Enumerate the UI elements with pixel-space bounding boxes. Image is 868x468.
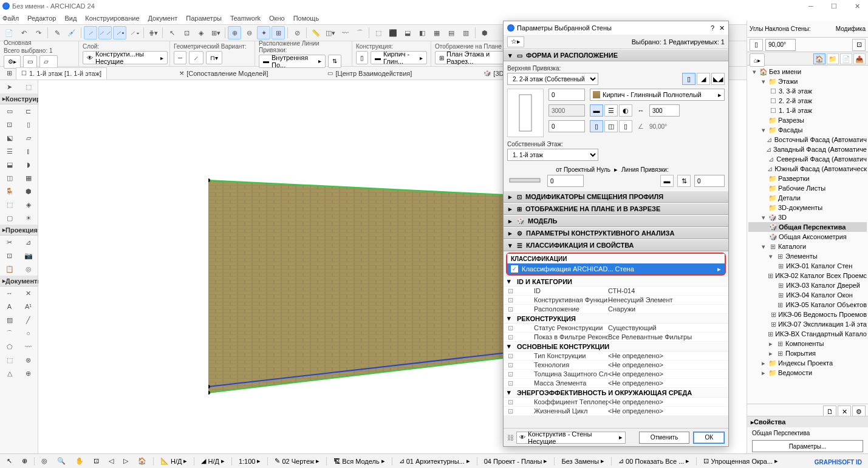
- tb-model-icon[interactable]: ⬢: [478, 26, 491, 39]
- home-story-select[interactable]: 1. 1-й этаж: [507, 149, 598, 161]
- tree-stories[interactable]: ▾📁Этажи: [748, 76, 867, 86]
- status-grid-icon[interactable]: ⊕: [19, 456, 30, 467]
- tree-sections[interactable]: 📁Разрезы: [748, 115, 867, 125]
- tb-morph7-icon[interactable]: ▥: [459, 26, 473, 39]
- tb-snap1-icon[interactable]: ↖: [165, 26, 179, 39]
- ref-offset-input[interactable]: [694, 175, 725, 187]
- ref-select[interactable]: ▬ Внутренняя По... ▸: [259, 55, 326, 68]
- menu-options[interactable]: Параметры: [186, 15, 222, 22]
- prop-row[interactable]: ⊡Технология<Не определено>: [504, 361, 728, 370]
- tb-curve-icon[interactable]: 〰: [338, 26, 352, 39]
- prop-group-header[interactable]: ▾ОСНОВНЫЕ КОНСТРУКЦИИ: [504, 342, 728, 351]
- section-struct[interactable]: ▸⚙ ПАРАМЕТРЫ КОНСТРУКТИВНОГО АНАЛИЗА: [504, 227, 728, 239]
- status-next-icon[interactable]: ▷: [120, 456, 131, 467]
- ok-button[interactable]: ОК: [693, 432, 725, 444]
- layer-chain-icon[interactable]: ⛓: [507, 434, 514, 441]
- status-fit-icon[interactable]: ⊡: [91, 456, 102, 467]
- tree-lists[interactable]: ▸📁Ведомости: [748, 368, 867, 378]
- prop-row[interactable]: ⊡Толщина Защитного Слоя...<Не определено…: [504, 370, 728, 379]
- height-mid-input[interactable]: [548, 104, 585, 117]
- tree-3d[interactable]: ▾🎲3D: [748, 212, 867, 222]
- roof-tool[interactable]: ⬓: [0, 158, 19, 171]
- status-simp[interactable]: ⊡ Упрощенная Окра... ▸: [700, 456, 781, 467]
- tb-grav1-icon[interactable]: ⊕: [228, 26, 241, 39]
- marquee-tool[interactable]: ⬚: [19, 80, 39, 93]
- status-prev-icon[interactable]: ◁: [106, 456, 117, 467]
- tab-hub[interactable]: ▭ [Центр Взаимодействия]: [322, 67, 417, 80]
- arc-tool[interactable]: ⌒: [0, 327, 19, 340]
- status-show[interactable]: ⊿ 00 Показать Все ... ▸: [615, 456, 692, 467]
- view-header[interactable]: ▸ Проекция: [0, 225, 38, 236]
- doc-header[interactable]: ▸ Документиро: [0, 276, 38, 287]
- tree-elements[interactable]: ▾⊞Элементы: [748, 251, 867, 261]
- display-select[interactable]: ⊞ План Этажа и Разрез... ▸: [435, 51, 514, 64]
- ref-mid-icon[interactable]: ◫: [604, 120, 618, 132]
- railing-tool[interactable]: ⫿: [19, 144, 38, 158]
- menu-edit[interactable]: Редактор: [27, 15, 56, 22]
- tb-grav4-icon[interactable]: ⊞: [272, 26, 285, 39]
- tree-perspective[interactable]: 🎲Общая Перспектива: [748, 222, 867, 232]
- angle-vert-icon[interactable]: ▯: [750, 39, 763, 51]
- nav-select-icon[interactable]: ⌂▸: [750, 53, 765, 67]
- minimize-button[interactable]: ─: [802, 1, 819, 12]
- ref-outside-icon[interactable]: ▬: [660, 175, 674, 187]
- tb-guide1-icon[interactable]: ⟋: [84, 26, 97, 39]
- dim-tool[interactable]: ↔: [0, 287, 19, 300]
- hotspot-tool[interactable]: ⊗: [19, 353, 38, 367]
- angle-input[interactable]: [765, 39, 796, 51]
- tree-sched-2[interactable]: ⊞ИКЭ-03 Каталог Дверей: [748, 280, 867, 290]
- column-tool[interactable]: ▯: [19, 118, 38, 131]
- wall-vert-icon[interactable]: ▯: [682, 73, 695, 85]
- classification-row[interactable]: ✓ Классификация ARCHICAD... Стена ▸: [507, 263, 725, 274]
- section-model[interactable]: ▸🎲 МОДЕЛЬ: [504, 215, 728, 227]
- ref-flip-icon[interactable]: ⇅: [328, 55, 341, 68]
- label-tool[interactable]: A¹: [19, 300, 38, 313]
- text-tool[interactable]: A: [0, 300, 19, 313]
- poly-tool[interactable]: ⬠: [0, 340, 19, 353]
- tb-snap4-icon[interactable]: ⊞▾: [209, 26, 222, 39]
- prop-row[interactable]: ⊡Конструктивная ФункцияНенесущий Элемент: [504, 296, 728, 305]
- ref-flip2-icon[interactable]: ⇅: [677, 175, 691, 187]
- nav-tab-pub[interactable]: 📤: [853, 53, 866, 64]
- tree-sched-4[interactable]: ⊞ИКЭ-05 Каталог Объектов: [748, 300, 867, 310]
- tree-3ddocs[interactable]: 📁3D-документы: [748, 203, 867, 212]
- footer-layer-select[interactable]: 👁 Конструктив - Стены Несущие▸: [516, 432, 626, 444]
- ref-in-icon[interactable]: ▯: [619, 120, 632, 132]
- cancel-button[interactable]: Отменить: [639, 432, 690, 444]
- nav-tab-project[interactable]: 🏠: [813, 53, 825, 64]
- tree-sched-6[interactable]: ⊞ИКЭ-07 Экспликация 1-й эта: [748, 319, 867, 329]
- spline-tool[interactable]: 〰: [19, 340, 38, 353]
- change-tool[interactable]: △: [0, 367, 19, 380]
- material-select[interactable]: Кирпич - Глиняный Полнотелый▸: [590, 89, 725, 101]
- geom-btn1[interactable]: ─: [174, 51, 186, 64]
- opening-tool[interactable]: ▢: [0, 211, 19, 225]
- wall-tool[interactable]: ▭: [0, 104, 19, 118]
- tb-morph4-icon[interactable]: ◧: [415, 26, 429, 39]
- tb-ruler-icon[interactable]: 📏: [309, 26, 323, 39]
- status-arrow-icon[interactable]: ↖: [4, 456, 15, 467]
- status-nd1[interactable]: 📐 Н/Д ▸: [157, 456, 190, 467]
- stair-tool[interactable]: ☰: [0, 144, 19, 158]
- tree-schedules[interactable]: ▾⊞Каталоги: [748, 242, 867, 251]
- section-plan[interactable]: ▸⊞ ОТОБРАЖЕНИЕ НА ПЛАНЕ И В РАЗРЕЗЕ: [504, 203, 728, 215]
- tb-new-icon[interactable]: 📄: [2, 26, 16, 39]
- tb-grav3-icon[interactable]: ✦: [257, 26, 270, 39]
- wall-dslant-icon[interactable]: ◣◢: [711, 73, 725, 85]
- wall-slant-icon[interactable]: ◢: [697, 73, 710, 85]
- shell-tool[interactable]: ◗: [19, 158, 38, 171]
- status-zoom-icon[interactable]: 🔍: [54, 456, 69, 467]
- tb-guide3-icon[interactable]: ⟋•: [113, 26, 126, 39]
- status-pan-icon[interactable]: ✋: [72, 456, 87, 467]
- tree-elev-3[interactable]: ⊿Южный Фасад (Автоматическ: [748, 164, 867, 174]
- props-params-button[interactable]: Параметры...: [752, 440, 863, 452]
- menu-window[interactable]: Окно: [269, 15, 285, 22]
- tree-sched-7[interactable]: ⊞ИКЭ-ВХ Стандартный Катало: [748, 329, 867, 339]
- struct-type-icon[interactable]: ▯: [356, 51, 368, 64]
- tb-morph5-icon[interactable]: ▦: [430, 26, 443, 39]
- slab-tool[interactable]: ▱: [19, 131, 38, 144]
- camera-tool[interactable]: 📷: [19, 249, 38, 262]
- tb-guide4-icon[interactable]: ⟋▾: [128, 26, 141, 39]
- prop-row[interactable]: ⊡Тип Конструкции<Не определено>: [504, 351, 728, 361]
- thickness-input[interactable]: [649, 104, 680, 117]
- morph-tool[interactable]: ◈: [19, 198, 38, 211]
